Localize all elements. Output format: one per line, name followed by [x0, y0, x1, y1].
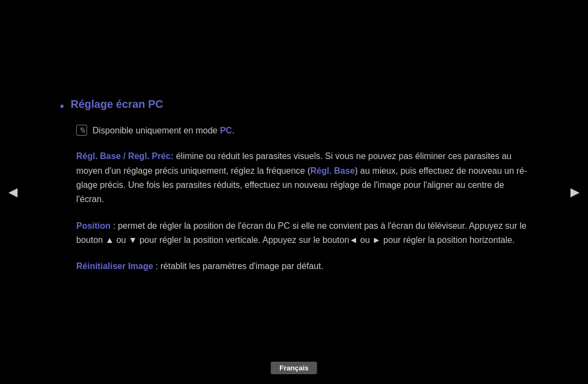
note-text-after: . [232, 126, 234, 135]
note-text-before: Disponible uniquement en mode [93, 126, 220, 135]
label-regl-base: Régl. Base [310, 166, 355, 175]
content-text-2: Position : permet de régler la position … [76, 219, 528, 248]
main-content: • Réglage écran PC ✎ Disponible uniqueme… [49, 76, 539, 308]
content-text-3: Réinitialiser Image : rétablit les param… [76, 259, 528, 273]
language-label: Français [271, 362, 317, 374]
nav-arrow-left[interactable]: ◄ [5, 184, 21, 201]
label-regl: Régl. Base / Regl. Préc: [76, 151, 174, 161]
content-block-1: Régl. Base / Regl. Préc: élimine ou rédu… [76, 149, 528, 207]
note-highlight: PC [220, 126, 232, 135]
label-reinitialiser: Réinitialiser Image [76, 261, 153, 271]
note-icon: ✎ [76, 125, 87, 136]
note-row: ✎ Disponible uniquement en mode PC. [76, 124, 528, 137]
section-header: • Réglage écran PC [60, 98, 528, 113]
content-text-1: Régl. Base / Regl. Préc: élimine ou rédu… [76, 149, 528, 207]
label-position: Position [76, 221, 111, 230]
text-position: : permet de régler la position de l'écra… [76, 221, 526, 245]
bullet-icon: • [60, 99, 64, 113]
content-block-3: Réinitialiser Image : rétablit les param… [76, 259, 528, 273]
section-title: Réglage écran PC [71, 98, 163, 111]
content-block-2: Position : permet de régler la position … [76, 219, 528, 248]
nav-arrow-right[interactable]: ► [567, 184, 583, 201]
note-text: Disponible uniquement en mode PC. [93, 124, 235, 137]
text-reinitialiser: : rétablit les paramètres d'image par dé… [156, 261, 323, 271]
